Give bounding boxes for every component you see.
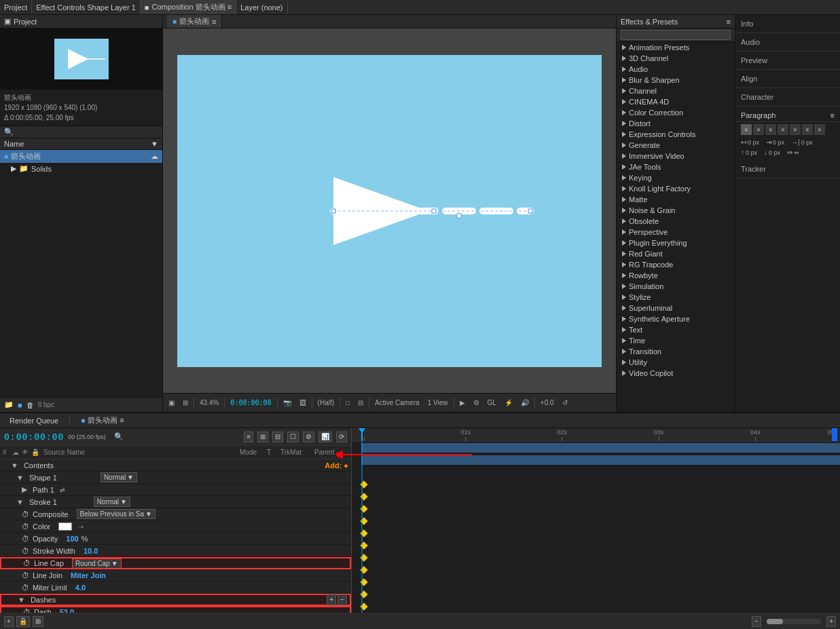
effects-item-colorcorrection[interactable]: Color Correction [617,107,735,118]
color-arrow[interactable]: → [77,522,85,531]
align-left-btn[interactable]: ≡ [741,124,752,135]
layer-row-path1[interactable]: ▶ Path 1 ⇌ [0,484,351,496]
render-tl-btn[interactable]: ⚙ [303,432,314,442]
effects-item-time[interactable]: Time [617,335,735,346]
effects-item-perspective[interactable]: Perspective [617,227,735,237]
fast-previews-btn[interactable]: ⚡ [502,398,515,408]
render-btn[interactable]: ▶ [457,398,468,408]
align-justify-full-btn[interactable]: ≡ [814,124,825,135]
effects-item-immersive[interactable]: Immersive Video [617,151,735,161]
layer-row-composite[interactable]: ⏱ Composite Below Previous in Sa ▼ [0,508,351,520]
toggle-grid[interactable]: ⊞ [180,398,191,408]
effects-item-expression[interactable]: Expression Controls [617,129,735,140]
search-tl-icon[interactable]: 🔍 [114,432,124,441]
layer-row-strokewidth[interactable]: ⏱ Stroke Width 10.0 [0,545,351,557]
effects-item-blur[interactable]: Blur & Sharpen [617,75,735,85]
dashes-add-btn[interactable]: + [327,594,336,605]
comp-flow-btn[interactable]: ⊞ [33,616,43,627]
effects-item-synthetic[interactable]: Synthetic Aperture [617,313,735,324]
region-btn[interactable]: □ [343,398,352,408]
effects-item-transition[interactable]: Transition [617,346,735,357]
color-swatch[interactable] [58,522,72,531]
ml-value[interactable]: 4.0 [75,584,86,592]
render-queue-tab[interactable]: Render Queue [4,413,64,427]
lc-dropdown[interactable]: Round Cap ▼ [72,558,122,569]
sort-icon[interactable]: ▼ [151,140,158,148]
timeline-zoom-out[interactable]: − [752,616,761,627]
align-center-btn[interactable]: ≡ [753,124,764,135]
new-comp-icon[interactable]: ■ [18,401,22,409]
tracker-label[interactable]: Tracker [741,163,835,175]
gl-btn[interactable]: GL [485,398,499,408]
effects-item-cinema4d[interactable]: CINEMA 4D [617,96,735,107]
tab-project[interactable]: Project [0,0,32,14]
reset-exposure-btn[interactable]: ↺ [560,398,570,408]
dash-value[interactable]: 53.0 [60,608,74,613]
effects-item-channel[interactable]: Channel [617,85,735,96]
tab-composition[interactable]: ■ Composition 箭头动画 ≡ [141,0,236,14]
timecode-tl[interactable]: 0:00:00:00 [4,432,64,442]
effects-search-input[interactable] [621,30,731,40]
playhead[interactable] [361,428,363,441]
effects-item-distort[interactable]: Distort [617,118,735,129]
effects-item-text[interactable]: Text [617,324,735,335]
project-search-input[interactable] [16,128,158,136]
effects-item-animation[interactable]: Animation Presets [617,42,735,53]
resolution-btn[interactable]: (Half) [315,398,337,408]
effects-item-videocopilot[interactable]: Video Copilot [617,368,735,379]
character-label[interactable]: Character [741,91,835,103]
layer-row-dashes[interactable]: ▼ Dashes + − [0,594,351,606]
tab-effect-controls[interactable]: Effect Controls Shape Layer 1 [32,0,141,14]
layer-row-shape1[interactable]: ▼ Shape 1 Normal ▼ [0,472,351,484]
effects-item-obsolete[interactable]: Obsolete [617,216,735,227]
effects-item-noise[interactable]: Noise & Grain [617,205,735,216]
add-marker-btn[interactable]: + [4,616,14,627]
layer-row-linejoin[interactable]: ⏱ Line Join Miter Join [0,569,351,582]
snapshot-btn[interactable]: 📷 [280,398,294,408]
frames-btn[interactable]: ☐ [287,432,299,442]
effects-item-plugin[interactable]: Plugin Everything [617,237,735,248]
stroke1-mode-dropdown[interactable]: Normal ▼ [94,497,130,507]
effects-item-3dchannel[interactable]: 3D Channel [617,53,735,64]
audio-label[interactable]: Audio [741,36,835,48]
align-justify-right-btn[interactable]: ≡ [802,124,813,135]
timeline-zoom-in[interactable]: + [826,616,836,627]
render-settings-btn[interactable]: ⚙ [471,398,482,408]
exposure-btn[interactable]: +0.0 [538,398,557,408]
tab-layer[interactable]: Layer (none) [236,0,287,14]
transfer-btn[interactable]: ⊟ [272,432,283,442]
opacity-value[interactable]: 100 [66,535,78,543]
new-folder-icon[interactable]: 📁 [4,400,14,409]
effects-item-superluminal[interactable]: Superluminal [617,303,735,313]
show-snapshot-btn[interactable]: 🖼 [297,398,309,408]
effects-menu-icon[interactable]: ≡ [727,18,731,26]
paragraph-label[interactable]: Paragraph [741,111,775,119]
layer-row-opacity[interactable]: ⏱ Opacity 100 % [0,533,351,545]
sw-value[interactable]: 10.0 [84,547,98,555]
paragraph-menu-icon[interactable]: ≡ [830,111,835,119]
effects-item-knoll[interactable]: Knoll Light Factory [617,183,735,194]
layer-lock-btn[interactable]: 🔒 [16,616,30,627]
shape1-mode-dropdown[interactable]: Normal ▼ [101,472,137,482]
effects-item-utility[interactable]: Utility [617,357,735,368]
composite-dropdown[interactable]: Below Previous in Sa ▼ [77,509,156,519]
add-btn[interactable]: Add: ● [325,461,348,470]
align-justify-left-btn[interactable]: ≡ [778,124,788,135]
effects-item-stylize[interactable]: Stylize [617,292,735,303]
view-count-btn[interactable]: 1 View [425,398,451,408]
effects-item-jae[interactable]: JAe Tools [617,161,735,172]
project-item-comp[interactable]: ■ 箭头动画 ☁ [0,150,162,163]
motion-btn[interactable]: ⟳ [336,432,347,442]
preview-label[interactable]: Preview [741,54,835,66]
lj-value[interactable]: Miter Join [71,571,106,579]
layer-row-stroke1[interactable]: ▼ Stroke 1 Normal ▼ [0,496,351,508]
switches-btn[interactable]: ⊞ [257,432,268,442]
project-item-solids[interactable]: ▶ 📁 Solids [0,163,162,174]
dashes-remove-btn[interactable]: − [337,594,347,605]
align-right-btn[interactable]: ≡ [765,124,776,135]
comp-timeline-tab[interactable]: ■ 箭头动画 ≡ [75,413,130,427]
layer-row-contents[interactable]: ▼ Contents Add: ● [0,459,351,472]
layer-row-dash[interactable]: ⏱ Dash 53.0 [0,606,351,613]
effects-item-redgiant[interactable]: Red Giant [617,248,735,259]
timecode-display[interactable]: 0:00:00:00 [227,398,274,408]
